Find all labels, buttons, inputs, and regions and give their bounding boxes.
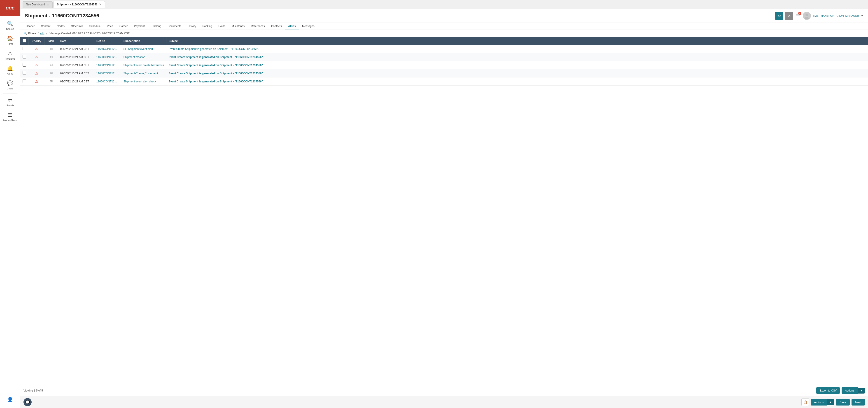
col-mail[interactable]: Mail	[44, 37, 58, 45]
subscription-link-1[interactable]: Shipment creation	[124, 56, 146, 59]
subject-text-3: Event Create Shipment is generated on Sh…	[169, 72, 264, 75]
tab-documents[interactable]: Documents	[164, 23, 185, 30]
row-checkbox-3[interactable]	[23, 71, 26, 75]
close-tab-shipment[interactable]: ✕	[99, 3, 102, 6]
viewing-text: Viewing 1-5 of 5	[24, 389, 43, 392]
tab-tracking[interactable]: Tracking	[148, 23, 165, 30]
ref-link-4[interactable]: 11660CONT12...	[96, 80, 117, 83]
sidebar-label-alerts: Alerts	[7, 72, 13, 75]
main-content: Neo Dashboard ✕ Shipment - 11660CONT1234…	[20, 0, 868, 408]
chat-button[interactable]: 💬	[24, 398, 32, 406]
date-cell-3: 02/07/22 10:21 AM CST	[58, 69, 94, 77]
sidebar-item-profile[interactable]: 👤	[0, 394, 20, 406]
close-tab-neo-dashboard[interactable]: ✕	[47, 3, 49, 6]
subscription-cell-3[interactable]: Shipment-Create,CustomerA	[121, 69, 166, 77]
bottom-actions-arrow-button[interactable]: ▼	[827, 399, 834, 405]
col-subscription[interactable]: Subscription	[121, 37, 166, 45]
ref-link-0[interactable]: 11660CONT12...	[96, 48, 117, 51]
tab-other-info[interactable]: Other Info	[68, 23, 86, 30]
ref-link-1[interactable]: 11660CONT12...	[96, 56, 117, 59]
row-checkbox-1[interactable]	[23, 55, 26, 59]
warning-icon: ⚠	[8, 51, 12, 57]
subject-cell-4: Event Create Shipment is generated on Sh…	[166, 77, 868, 86]
tab-contacts[interactable]: Contacts	[268, 23, 285, 30]
subscription-cell-1[interactable]: Shipment creation	[121, 53, 166, 61]
tab-history[interactable]: History	[185, 23, 199, 30]
sidebar-item-home[interactable]: 🏠 Home	[0, 33, 20, 48]
tab-content[interactable]: Content	[38, 23, 54, 30]
top-tab-bar: Neo Dashboard ✕ Shipment - 11660CONT1234…	[20, 0, 868, 9]
tab-references[interactable]: References	[248, 23, 268, 30]
tab-codes[interactable]: Codes	[54, 23, 68, 30]
ref-link-2[interactable]: 11660CONT12...	[96, 64, 117, 67]
tab-price[interactable]: Price	[104, 23, 116, 30]
col-date[interactable]: Date	[58, 37, 94, 45]
sidebar-item-search[interactable]: 🔍 Search	[0, 18, 20, 33]
refno-cell-2[interactable]: 11660CONT12...	[94, 61, 121, 69]
actions-main-button[interactable]: Actions	[842, 387, 858, 394]
sidebar-divider	[3, 93, 17, 94]
filters-bar: 🔍 Filters ( edit ): [Message Created: 01…	[20, 30, 868, 37]
export-csv-button[interactable]: Export to CSV	[816, 387, 840, 394]
next-button[interactable]: Next	[851, 399, 865, 406]
subscription-link-2[interactable]: Shipment event create hazardous	[124, 64, 164, 67]
subscription-cell-2[interactable]: Shipment event create hazardous	[121, 61, 166, 69]
tab-neo-dashboard[interactable]: Neo Dashboard ✕	[23, 1, 53, 8]
refno-cell-1[interactable]: 11660CONT12...	[94, 53, 121, 61]
tab-packing[interactable]: Packing	[199, 23, 215, 30]
bottom-action-bar: 💬 📋 Actions ▼ Save Next	[20, 396, 868, 408]
tab-payment[interactable]: Payment	[131, 23, 148, 30]
app-logo: one	[0, 0, 20, 16]
col-subject[interactable]: Subject	[166, 37, 868, 45]
refno-cell-3[interactable]: 11660CONT12...	[94, 69, 121, 77]
mail-icon-2: ✉	[50, 63, 53, 67]
sidebar-item-alerts[interactable]: 🔔 Alerts	[0, 63, 20, 78]
sidebar-label-chats: Chats	[7, 87, 13, 90]
tab-carrier[interactable]: Carrier	[116, 23, 131, 30]
alerts-table: Priority Mail Date Ref No Subscription	[20, 37, 868, 86]
tab-header[interactable]: Header	[23, 23, 38, 30]
subject-text-4: Event Create Shipment is generated on Sh…	[169, 80, 264, 83]
refresh-button[interactable]: ↻	[775, 12, 783, 20]
refno-cell-4[interactable]: 11660CONT12...	[94, 77, 121, 86]
col-ref-no[interactable]: Ref No	[94, 37, 121, 45]
subscription-cell-4[interactable]: Shipment event alert check	[121, 77, 166, 86]
tab-messages[interactable]: Messages	[299, 23, 318, 30]
refno-cell-0[interactable]: 11660CONT12...	[94, 45, 121, 53]
ref-link-3[interactable]: 11660CONT12...	[96, 72, 117, 75]
sidebar-item-menus[interactable]: ☰ Menus/Favs	[0, 109, 20, 124]
tab-shipment[interactable]: Shipment - 11660CONT1234556 ✕	[54, 1, 105, 8]
filters-edit-link[interactable]: edit	[40, 32, 44, 35]
sidebar-item-switch[interactable]: ⇄ Switch	[0, 95, 20, 109]
bottom-right-actions: 📋 Actions ▼ Save Next	[801, 398, 865, 406]
sidebar-item-chats[interactable]: 💬 Chats	[0, 78, 20, 93]
tab-schedule[interactable]: Schedule	[86, 23, 104, 30]
subject-cell-1: Event Create Shipment is generated on Sh…	[166, 53, 868, 61]
subscription-cell-0[interactable]: SH-Shipment event alert	[121, 45, 166, 53]
actions-arrow-button[interactable]: ▼	[858, 388, 865, 394]
close-button[interactable]: ✕	[785, 12, 793, 20]
select-all-checkbox[interactable]	[23, 39, 26, 42]
subscription-link-0[interactable]: SH-Shipment event alert	[124, 48, 153, 51]
sidebar-label-home: Home	[7, 42, 13, 45]
page-title: Shipment - 11660CONT1234556	[25, 13, 99, 19]
col-priority[interactable]: Priority	[29, 37, 44, 45]
subject-cell-0: Event Create Shipment is generated on Sh…	[166, 45, 868, 53]
sidebar-label-problems: Problems	[5, 57, 15, 60]
subscription-link-4[interactable]: Shipment event alert check	[124, 80, 156, 83]
tab-milestones[interactable]: Milestones	[228, 23, 248, 30]
user-info[interactable]: TMS.TRANSPORTATION_MANAGER ▼	[803, 12, 864, 20]
sidebar-item-problems[interactable]: ⚠ Problems	[0, 48, 20, 63]
mail-icon-3: ✉	[50, 71, 53, 75]
tab-holds[interactable]: Holds	[215, 23, 228, 30]
copy-button[interactable]: 📋	[801, 398, 809, 406]
subscription-link-3[interactable]: Shipment-Create,CustomerA	[124, 72, 158, 75]
save-button[interactable]: Save	[836, 399, 850, 406]
row-checkbox-0[interactable]	[23, 47, 26, 50]
bottom-actions-main-button[interactable]: Actions	[811, 399, 827, 406]
search-icon: 🔍	[7, 21, 13, 27]
row-checkbox-2[interactable]	[23, 63, 26, 67]
filter-icon: 🔍	[24, 32, 27, 35]
tab-alerts[interactable]: Alerts	[285, 23, 299, 30]
row-checkbox-4[interactable]	[23, 79, 26, 83]
